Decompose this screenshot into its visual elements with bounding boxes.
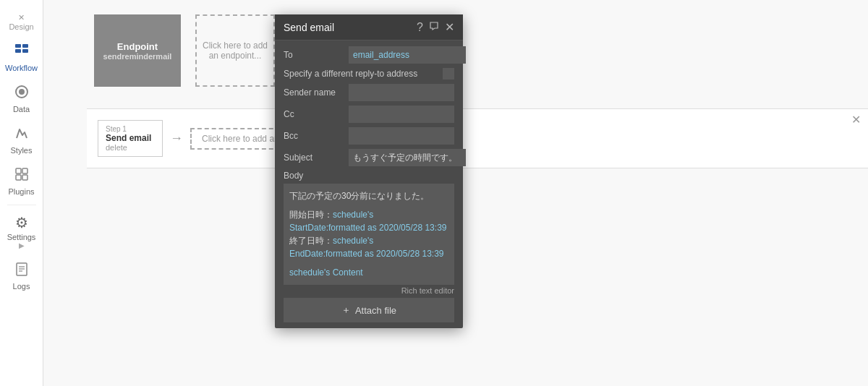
attach-label: Attach file [355, 305, 396, 316]
start-prefix: 開始日時： [289, 210, 333, 220]
sidebar-item-plugins[interactable]: Plugins [0, 160, 43, 202]
cc-label: Cc [284, 109, 349, 119]
svg-rect-6 [16, 168, 21, 173]
styles-icon [14, 125, 30, 145]
data-icon [14, 84, 30, 103]
body-line1: 下記の予定の30分前になりました。 [289, 189, 448, 202]
subject-input[interactable] [349, 149, 466, 166]
step-title: Send email [106, 133, 155, 143]
body-editor[interactable]: 下記の予定の30分前になりました。 開始日時：schedule's StartD… [284, 184, 454, 285]
svg-point-5 [19, 89, 25, 95]
help-icon[interactable]: ? [417, 21, 423, 34]
modal-header: Send email ? ✕ [275, 14, 463, 40]
settings-arrow: ▶ [19, 241, 25, 249]
step-area: ✕ Step 1 Send email delete → Click here … [87, 108, 868, 168]
step-box: Step 1 Send email delete [98, 120, 163, 157]
bcc-label: Bcc [284, 131, 349, 141]
end-prefix: 終了日時： [289, 236, 333, 246]
endpoint-subtitle: sendremindermail [103, 52, 172, 61]
sidebar-item-styles[interactable]: Styles [0, 119, 43, 160]
app-container: ✕ Design Workflow Data [0, 0, 868, 386]
modal-header-icons: ? ✕ [417, 20, 454, 34]
reply-to-checkbox[interactable] [443, 68, 454, 80]
reply-to-label: Specify a different reply-to address [284, 69, 443, 79]
sidebar-label-styles: Styles [11, 146, 33, 155]
sidebar-divider [7, 205, 36, 205]
svg-rect-0 [15, 44, 21, 48]
sender-input[interactable] [349, 84, 454, 101]
attach-file-button[interactable]: ＋ Attach file [284, 298, 454, 322]
to-label: To [284, 50, 349, 60]
content-link[interactable]: schedule's Content [289, 267, 363, 278]
close-icon: ✕ [0, 13, 43, 22]
sidebar-label-workflow: Workflow [5, 64, 38, 72]
sidebar-item-logs[interactable]: Logs [0, 255, 43, 296]
sidebar-item-design[interactable]: ✕ Design [0, 7, 43, 37]
add-endpoint-text: Click here to add an endpoint... [197, 40, 273, 61]
sender-label: Sender name [284, 87, 349, 98]
to-input[interactable] [349, 46, 466, 64]
svg-rect-3 [22, 49, 28, 53]
workflow-icon [14, 43, 30, 62]
sender-row: Sender name [284, 84, 454, 101]
bcc-input[interactable] [349, 127, 454, 145]
body-end-date: 終了日時：schedule's EndDate:formatted as 202… [289, 234, 448, 260]
svg-rect-8 [16, 175, 21, 180]
modal-close-button[interactable]: ✕ [445, 20, 454, 34]
body-section: Body 下記の予定の30分前になりました。 開始日時：schedule's S… [284, 171, 454, 295]
body-start-date: 開始日時：schedule's StartDate:formatted as 2… [289, 208, 448, 234]
canvas-area: Endpoint sendremindermail Click here to … [43, 0, 868, 386]
attach-plus-icon: ＋ [341, 304, 351, 317]
endpoint-title: Endpoint [117, 41, 158, 52]
svg-rect-1 [15, 49, 21, 53]
svg-rect-7 [22, 168, 27, 173]
sidebar-item-data[interactable]: Data [0, 78, 43, 119]
sidebar-label-plugins: Plugins [8, 187, 34, 196]
settings-icon: ⚙ [15, 214, 28, 231]
endpoint-box: Endpoint sendremindermail [94, 14, 181, 87]
sidebar-label-design: Design [9, 22, 33, 31]
close-step-button[interactable]: ✕ [851, 113, 861, 126]
reply-to-row: Specify a different reply-to address [284, 68, 454, 80]
sidebar-label-logs: Logs [13, 282, 30, 291]
sidebar-item-workflow[interactable]: Workflow [0, 37, 43, 78]
svg-rect-2 [22, 44, 28, 48]
modal-body: To Specify a different reply-to address … [275, 40, 463, 328]
logs-icon [14, 261, 30, 280]
modal-title: Send email [284, 22, 334, 33]
bcc-row: Bcc [284, 127, 454, 145]
subject-row: Subject [284, 149, 454, 166]
add-endpoint-box[interactable]: Click here to add an endpoint... [195, 14, 275, 87]
main-canvas: Endpoint sendremindermail Click here to … [43, 0, 868, 386]
plugins-icon [14, 166, 30, 186]
cc-input[interactable] [349, 106, 454, 123]
sidebar-item-settings[interactable]: ⚙ Settings ▶ [0, 208, 43, 255]
sidebar-label-settings: Settings [7, 233, 36, 241]
send-email-modal: Send email ? ✕ To [275, 14, 463, 328]
sidebar: ✕ Design Workflow Data [0, 0, 43, 386]
cc-row: Cc [284, 106, 454, 123]
body-label: Body [284, 171, 454, 181]
svg-rect-9 [22, 175, 27, 180]
to-row: To [284, 46, 454, 64]
subject-label: Subject [284, 153, 349, 163]
rich-text-label: Rich text editor [284, 286, 454, 295]
step-subtitle: delete [106, 143, 155, 152]
body-content-link-row: schedule's Content [289, 266, 448, 279]
step-arrow: → [170, 131, 183, 146]
chat-icon[interactable] [429, 21, 439, 34]
step-number: Step 1 [106, 125, 155, 133]
sidebar-label-data: Data [13, 105, 30, 113]
